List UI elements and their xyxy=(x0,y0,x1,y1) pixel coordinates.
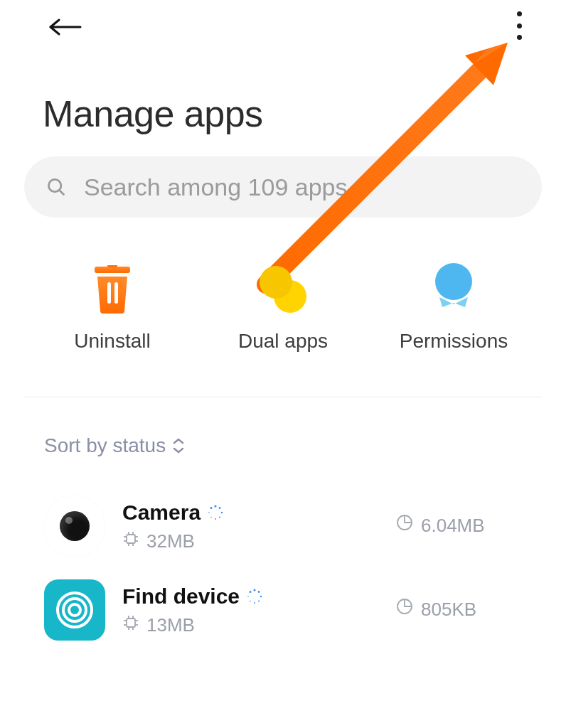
overflow-menu-button[interactable] xyxy=(512,10,526,41)
uninstall-button[interactable]: Uninstall xyxy=(34,263,191,353)
pie-icon xyxy=(395,513,414,537)
app-name: Find device xyxy=(122,584,240,609)
svg-rect-5 xyxy=(107,282,111,304)
app-row-find-device[interactable]: Find device xyxy=(0,568,566,652)
svg-point-10 xyxy=(219,516,220,518)
divider xyxy=(24,397,542,397)
app-data: 6.04MB xyxy=(421,515,485,537)
svg-point-32 xyxy=(254,602,255,604)
app-storage: 13MB xyxy=(146,614,195,636)
more-vertical-icon xyxy=(517,23,522,28)
search-icon xyxy=(44,175,68,199)
permissions-button[interactable]: Permissions xyxy=(375,263,532,353)
svg-point-25 xyxy=(69,604,80,616)
app-list: Camera xyxy=(0,484,566,652)
uninstall-label: Uninstall xyxy=(74,330,150,353)
app-row-camera[interactable]: Camera xyxy=(0,484,566,568)
chip-icon xyxy=(122,614,139,636)
pie-icon xyxy=(395,597,414,621)
svg-point-30 xyxy=(260,595,262,596)
app-name: Camera xyxy=(122,500,201,525)
svg-rect-15 xyxy=(127,535,135,543)
svg-rect-6 xyxy=(114,282,118,304)
quick-actions: Uninstall Dual apps xyxy=(0,263,566,353)
svg-point-35 xyxy=(250,591,252,593)
svg-rect-36 xyxy=(127,619,135,627)
sort-label: Sort by status xyxy=(44,434,166,457)
more-vertical-icon xyxy=(517,11,522,16)
trash-icon xyxy=(86,263,139,316)
page-title: Manage apps xyxy=(43,92,566,135)
top-bar xyxy=(0,0,566,50)
svg-point-8 xyxy=(219,507,221,509)
app-icon-camera xyxy=(44,496,105,557)
loading-icon xyxy=(208,505,223,520)
permissions-label: Permissions xyxy=(400,330,508,353)
svg-point-29 xyxy=(258,591,260,593)
back-button[interactable] xyxy=(46,16,85,38)
search-input[interactable] xyxy=(84,173,525,201)
app-storage: 32MB xyxy=(146,530,195,552)
sort-caret-icon xyxy=(173,438,186,454)
app-data: 805KB xyxy=(421,599,476,621)
svg-point-1 xyxy=(48,179,61,192)
app-icon-find-device xyxy=(44,579,105,641)
more-vertical-icon xyxy=(517,35,522,40)
svg-point-9 xyxy=(221,511,223,513)
svg-point-31 xyxy=(258,600,260,601)
permissions-icon xyxy=(427,263,480,316)
svg-point-7 xyxy=(214,505,216,507)
svg-point-26 xyxy=(63,599,86,621)
svg-rect-4 xyxy=(107,265,117,267)
loading-icon xyxy=(247,589,262,604)
dual-apps-icon xyxy=(257,263,309,316)
sort-button[interactable]: Sort by status xyxy=(44,434,566,457)
svg-point-14 xyxy=(210,507,213,509)
svg-point-33 xyxy=(250,600,251,601)
svg-point-12 xyxy=(210,516,212,518)
search-bar[interactable] xyxy=(24,156,542,218)
chip-icon xyxy=(122,530,139,552)
svg-line-2 xyxy=(59,190,64,195)
svg-rect-3 xyxy=(95,267,130,273)
svg-point-28 xyxy=(253,589,255,591)
dual-apps-label: Dual apps xyxy=(238,330,328,353)
svg-point-34 xyxy=(247,596,249,597)
svg-point-13 xyxy=(208,512,210,513)
svg-point-11 xyxy=(215,518,216,520)
dual-apps-button[interactable]: Dual apps xyxy=(205,263,361,353)
